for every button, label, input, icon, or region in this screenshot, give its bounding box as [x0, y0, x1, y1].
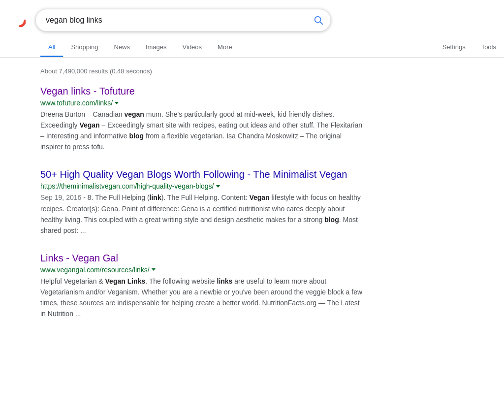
result-snippet-2: Sep 19, 2016 - 8. The Full Helping (link…	[40, 192, 365, 235]
result-url-3: www.vegangal.com/resources/links/	[40, 266, 150, 274]
tab-shopping[interactable]: Shopping	[63, 37, 106, 57]
result-date-2: Sep 19, 2016	[40, 194, 81, 201]
search-box-wrapper	[35, 9, 331, 32]
tab-news[interactable]: News	[106, 37, 138, 57]
tab-images[interactable]: Images	[138, 37, 175, 57]
url-dropdown-arrow-3[interactable]	[152, 268, 156, 271]
result-item: 50+ High Quality Vegan Blogs Worth Follo…	[40, 168, 365, 235]
search-input[interactable]	[35, 9, 331, 32]
results-area: About 7,490,000 results (0.48 seconds) V…	[0, 58, 504, 347]
url-dropdown-arrow-1[interactable]	[115, 102, 119, 104]
result-url-row-2: https://theminimalistvegan.com/high-qual…	[40, 182, 365, 190]
search-button[interactable]	[313, 15, 324, 26]
results-count: About 7,490,000 results (0.48 seconds)	[40, 67, 492, 75]
tab-settings[interactable]: Settings	[435, 37, 473, 57]
result-url-2: https://theminimalistvegan.com/high-qual…	[40, 182, 214, 190]
google-logo	[12, 13, 26, 27]
search-header	[0, 0, 504, 32]
result-url-row-1: www.tofuture.com/links/	[40, 99, 365, 107]
search-icon	[313, 15, 324, 26]
result-title-3[interactable]: Links - Vegan Gal	[40, 252, 365, 264]
result-snippet-1: Dreena Burton – Canadian vegan mum. She'…	[40, 109, 365, 152]
result-title-1[interactable]: Vegan links - Tofuture	[40, 85, 365, 97]
result-url-row-3: www.vegangal.com/resources/links/	[40, 266, 365, 274]
result-url-1: www.tofuture.com/links/	[40, 99, 113, 107]
svg-line-2	[320, 22, 322, 24]
tab-videos[interactable]: Videos	[175, 37, 210, 57]
tab-more[interactable]: More	[210, 37, 240, 57]
tab-all[interactable]: All	[40, 37, 63, 57]
result-item: Links - Vegan Gal www.vegangal.com/resou…	[40, 252, 365, 319]
result-item: Vegan links - Tofuture www.tofuture.com/…	[40, 85, 365, 152]
svg-point-0	[12, 14, 25, 27]
result-snippet-3: Helpful Vegetarian & Vegan Links. The fo…	[40, 276, 365, 319]
url-dropdown-arrow-2[interactable]	[216, 185, 220, 188]
nav-tabs: All Shopping News Images Videos More Set…	[0, 37, 504, 58]
result-title-2[interactable]: 50+ High Quality Vegan Blogs Worth Follo…	[40, 168, 365, 181]
tab-tools[interactable]: Tools	[473, 37, 504, 57]
